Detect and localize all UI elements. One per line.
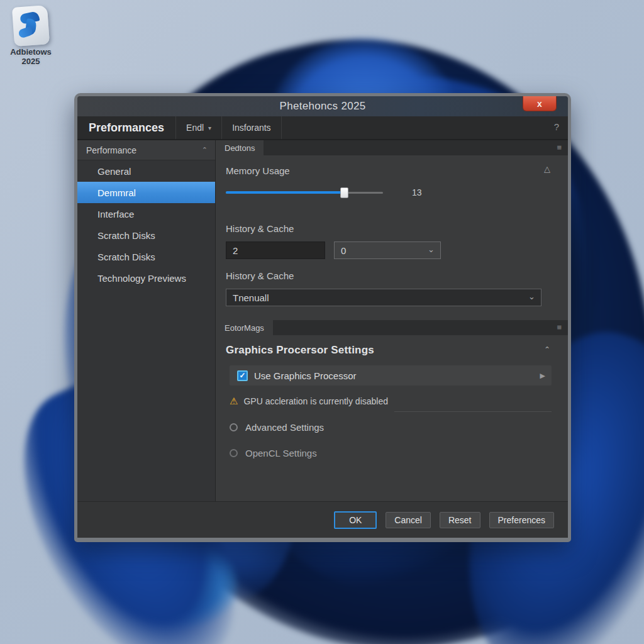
sidebar-item-scratch-disks-2[interactable]: Scratch Disks bbox=[77, 246, 215, 267]
graphics-section: EotorMags ≡ Graphics Procersor Settings … bbox=[216, 320, 568, 501]
sidebar-item-scratch-disks-1[interactable]: Scratch Disks bbox=[77, 225, 215, 246]
menu-item-endl[interactable]: Endl ▾ bbox=[176, 116, 222, 139]
memory-usage-label: Memory Usage bbox=[226, 165, 290, 176]
desktop: Adbietows 2025 Phetehoncs 2025 x Preform… bbox=[0, 0, 644, 644]
app-shortcut-icon bbox=[12, 5, 50, 47]
check-icon: ✓ bbox=[239, 371, 245, 380]
sidebar-header-label: Performance bbox=[86, 145, 136, 155]
gpu-warning-text: GPU accleration is currently disabled bbox=[243, 396, 388, 406]
use-graphics-processor-label: Use Graphics Processor bbox=[254, 370, 357, 381]
history-cache-label-2: History & Cache bbox=[226, 270, 552, 281]
panel-menu-icon[interactable]: ≡ bbox=[557, 323, 562, 332]
desktop-shortcut-adbietows[interactable]: Adbietows 2025 bbox=[4, 6, 58, 67]
sidebar-item-general[interactable]: General bbox=[77, 160, 215, 182]
menu-bar: Preformances Endl ▾ Insforants ? bbox=[77, 116, 568, 140]
close-icon: x bbox=[537, 99, 542, 109]
preferences-dialog: Phetehoncs 2025 x Preformances Endl ▾ In… bbox=[74, 93, 571, 542]
reset-button[interactable]: Reset bbox=[440, 512, 480, 528]
dialog-footer: OK Cancel Reset Preferences bbox=[77, 501, 568, 538]
menu-item-preformances[interactable]: Preformances bbox=[77, 116, 176, 139]
history-cache-section: History & Cache 0 ⌄ History & Cache Tnen… bbox=[216, 209, 568, 306]
tab-strip-graphics: EotorMags ≡ bbox=[216, 320, 568, 335]
help-icon[interactable]: ? bbox=[554, 121, 559, 132]
warning-icon: ⚠ bbox=[230, 396, 238, 407]
tab-dedtons[interactable]: Dedtons bbox=[216, 140, 264, 155]
divider bbox=[394, 411, 552, 412]
chevron-up-icon[interactable]: ⌃ bbox=[544, 345, 550, 354]
sidebar-item-demmral-selected[interactable]: Demmral bbox=[77, 182, 215, 203]
history-mode-dropdown[interactable]: Tnenuall ⌄ bbox=[226, 289, 541, 306]
advanced-settings-label: Advanced Settings bbox=[245, 422, 324, 433]
dropdown-arrow-icon: ▾ bbox=[208, 125, 211, 131]
sidebar-item-technology-previews[interactable]: Technology Previews bbox=[77, 267, 215, 289]
arrow-right-icon: ▶ bbox=[540, 372, 545, 380]
cancel-button[interactable]: Cancel bbox=[386, 512, 431, 528]
history-mode-value: Tnenuall bbox=[233, 292, 269, 303]
sidebar-item-interface[interactable]: Interface bbox=[77, 203, 215, 225]
ok-button[interactable]: OK bbox=[334, 511, 377, 529]
sidebar: Performance ⌃ General Demmral Interface … bbox=[77, 140, 216, 501]
sort-icon[interactable]: ⌃ bbox=[202, 146, 208, 154]
memory-slider-fill bbox=[226, 191, 344, 194]
tab-strip-performance: Dedtons ≡ bbox=[216, 140, 568, 155]
panel-menu-icon[interactable]: ≡ bbox=[557, 143, 562, 152]
close-button[interactable]: x bbox=[523, 96, 557, 111]
dialog-body: Performance ⌃ General Demmral Interface … bbox=[77, 140, 568, 501]
opencl-settings-option[interactable]: OpenCL Settings bbox=[230, 448, 552, 458]
advanced-settings-option[interactable]: Advanced Settings bbox=[230, 422, 552, 433]
sidebar-header[interactable]: Performance ⌃ bbox=[77, 140, 215, 160]
memory-usage-section: Memory Usage △ 13 bbox=[216, 155, 568, 209]
gpu-warning-row: ⚠ GPU accleration is currently disabled bbox=[230, 396, 552, 407]
memory-alert-triangle-icon: △ bbox=[544, 164, 550, 174]
memory-slider-value: 13 bbox=[412, 187, 422, 197]
chevron-down-icon: ⌄ bbox=[428, 245, 435, 254]
menu-item-insforants[interactable]: Insforants bbox=[222, 116, 281, 139]
memory-slider-thumb[interactable] bbox=[340, 187, 348, 198]
radio-icon[interactable] bbox=[230, 449, 238, 457]
cache-levels-value: 0 bbox=[341, 245, 346, 256]
desktop-shortcut-label: Adbietows 2025 bbox=[4, 48, 58, 67]
history-cache-label-1: History & Cache bbox=[226, 223, 552, 234]
window-title: Phetehoncs 2025 bbox=[280, 100, 366, 113]
preferences-button[interactable]: Preferences bbox=[489, 512, 554, 528]
title-bar[interactable]: Phetehoncs 2025 x bbox=[77, 96, 568, 116]
use-graphics-processor-row[interactable]: ✓ Use Graphics Processor ▶ bbox=[230, 365, 552, 386]
use-graphics-processor-checkbox[interactable]: ✓ bbox=[237, 370, 248, 381]
tab-eotormags[interactable]: EotorMags bbox=[216, 320, 273, 335]
chevron-down-icon: ⌄ bbox=[528, 292, 535, 301]
graphics-settings-heading: Graphics Procersor Settings bbox=[226, 344, 374, 356]
cache-levels-dropdown[interactable]: 0 ⌄ bbox=[334, 242, 441, 259]
radio-icon[interactable] bbox=[230, 423, 238, 431]
opencl-settings-label: OpenCL Settings bbox=[245, 448, 317, 458]
main-panel: Dedtons ≡ Memory Usage △ 13 bbox=[216, 140, 568, 501]
memory-slider[interactable] bbox=[226, 187, 383, 198]
history-levels-input[interactable] bbox=[226, 242, 325, 259]
